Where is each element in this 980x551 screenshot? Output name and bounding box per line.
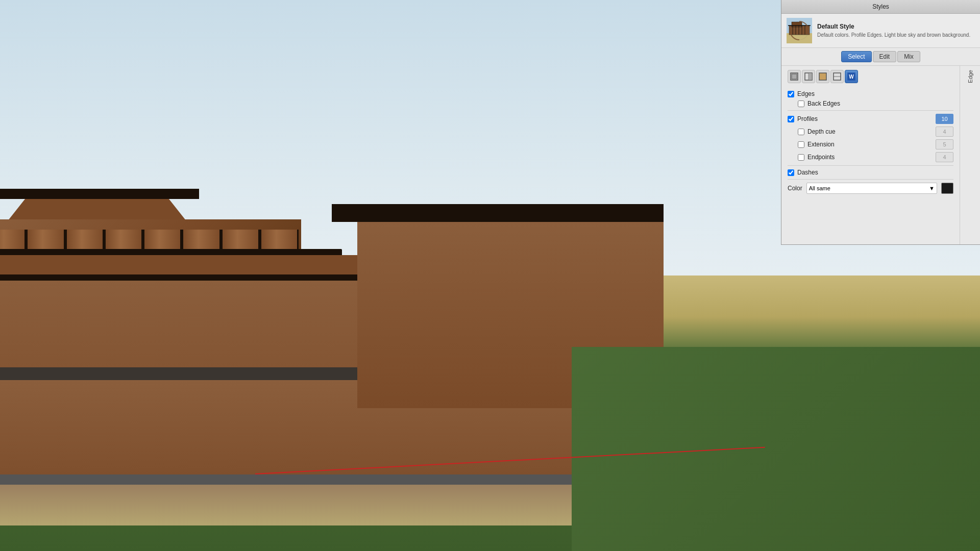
svg-rect-3 — [792, 22, 802, 27]
endpoints-row: Endpoints 4 — [788, 152, 953, 162]
watermark-mode-icon[interactable]: W — [845, 70, 858, 83]
endpoints-checkbox[interactable] — [798, 154, 804, 161]
edges-row: Edges — [788, 90, 953, 97]
style-preview-row: Default Style Default colors. Profile Ed… — [781, 14, 980, 48]
dropdown-arrow-icon: ▼ — [929, 185, 935, 191]
edges-label: Edges — [797, 90, 953, 97]
roof-top-dark — [0, 189, 199, 199]
style-info: Default Style Default colors. Profile Ed… — [817, 23, 975, 38]
svg-rect-15 — [819, 73, 826, 80]
tab-edit[interactable]: Edit — [873, 51, 897, 62]
face-svg — [804, 72, 813, 81]
texture-mode-icon[interactable] — [816, 70, 829, 83]
edge-settings: W Edges Back Edges Profiles 10 — [781, 66, 960, 244]
edges-mode-icon[interactable] — [788, 70, 801, 83]
profiles-value[interactable]: 10 — [936, 114, 953, 124]
color-label: Color — [788, 185, 802, 192]
color-swatch[interactable] — [941, 183, 953, 194]
ground-base-building — [0, 485, 587, 525]
grass-area — [572, 347, 980, 551]
edge-label-text: Edge — [967, 70, 973, 83]
dashes-checkbox[interactable] — [788, 169, 794, 176]
color-dropdown[interactable]: All same ▼ — [806, 183, 937, 194]
style-name: Default Style — [817, 23, 975, 30]
profiles-label: Profiles — [797, 115, 933, 122]
style-preview-svg — [787, 18, 812, 43]
extension-value: 5 — [936, 139, 953, 149]
dashes-label: Dashes — [797, 169, 953, 176]
material-mode-icon[interactable] — [830, 70, 844, 83]
terrace-bottom — [0, 474, 587, 485]
svg-rect-12 — [792, 74, 797, 79]
depth-cue-label: Depth cue — [807, 128, 933, 135]
icon-toolbar: W — [788, 70, 953, 86]
svg-text:W: W — [849, 74, 854, 80]
edges-svg — [790, 72, 798, 81]
depth-cue-value: 4 — [936, 127, 953, 137]
separator-3 — [788, 179, 953, 180]
endpoints-value: 4 — [936, 152, 953, 162]
tab-row: Select Edit Mix — [781, 48, 980, 66]
svg-rect-14 — [808, 73, 812, 80]
tab-select[interactable]: Select — [841, 51, 871, 62]
endpoints-label: Endpoints — [807, 154, 933, 161]
style-thumbnail — [787, 18, 812, 43]
extension-label: Extension — [807, 141, 933, 148]
panel-title-bar: Styles — [781, 0, 980, 14]
extension-row: Extension 5 — [788, 139, 953, 149]
separator-2 — [788, 165, 953, 166]
back-edges-checkbox[interactable] — [798, 101, 804, 107]
material-svg — [833, 72, 841, 81]
tab-mix[interactable]: Mix — [897, 51, 920, 62]
panel-title: Styles — [872, 3, 889, 10]
separator-1 — [788, 110, 953, 111]
depth-cue-row: Depth cue 4 — [788, 127, 953, 137]
profiles-row: Profiles 10 — [788, 114, 953, 124]
watermark-svg: W — [847, 72, 855, 81]
edges-checkbox[interactable] — [788, 91, 794, 97]
face-mode-icon[interactable] — [802, 70, 815, 83]
style-desc: Default colors. Profile Edges. Light blu… — [817, 32, 975, 38]
depth-cue-checkbox[interactable] — [798, 129, 804, 135]
color-row: Color All same ▼ — [788, 183, 953, 194]
edge-area: W Edges Back Edges Profiles 10 — [781, 66, 980, 244]
color-dropdown-value: All same — [809, 185, 830, 191]
texture-svg — [819, 72, 827, 81]
profiles-checkbox[interactable] — [788, 116, 794, 122]
right-wing-roof — [332, 204, 664, 222]
edge-section-label: Edge — [960, 66, 980, 244]
extension-checkbox[interactable] — [798, 141, 804, 148]
styles-panel: Styles — [781, 0, 980, 245]
back-edges-row: Back Edges — [788, 100, 953, 107]
dashes-row: Dashes — [788, 169, 953, 176]
back-edges-label: Back Edges — [807, 100, 953, 107]
